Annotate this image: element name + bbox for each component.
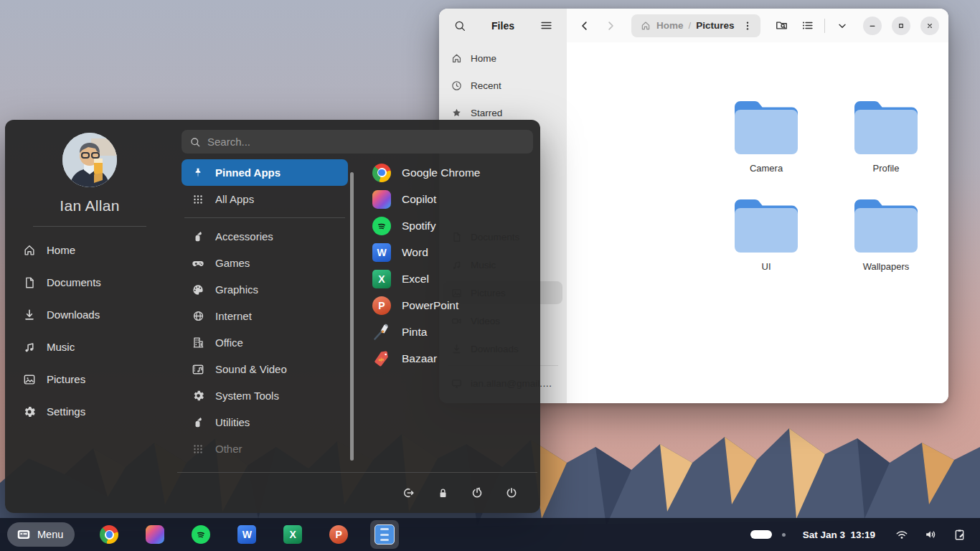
search-button[interactable] xyxy=(449,15,471,37)
session-controls xyxy=(177,472,537,513)
app-word[interactable]: W Word xyxy=(367,239,532,265)
clock[interactable]: Sat Jan 3 13:19 xyxy=(803,529,875,540)
files-header-right: Home / Pictures xyxy=(567,9,948,42)
list-view-button[interactable] xyxy=(796,15,818,37)
category-sound-video[interactable]: Sound & Video xyxy=(182,356,348,382)
powerpoint-icon: P xyxy=(372,296,391,315)
menu-apps-panel: Pinned Apps All Apps Accessories Games G… xyxy=(174,120,540,513)
toolbar-divider xyxy=(824,19,825,33)
taskbar-app-powerpoint[interactable]: P xyxy=(324,520,353,549)
bazaar-icon: % xyxy=(372,349,391,368)
path-kebab-menu-button[interactable] xyxy=(739,17,756,34)
view-options-chevron-button[interactable] xyxy=(831,15,853,37)
app-powerpoint[interactable]: P PowerPoint xyxy=(367,292,532,319)
files-icon xyxy=(374,524,395,545)
category-list: Pinned Apps All Apps Accessories Games G… xyxy=(182,159,348,462)
music-note-icon xyxy=(22,340,37,354)
pinned-apps-list: Google Chrome Copilot Spotify W Word X E… xyxy=(367,159,532,372)
powerpoint-icon: P xyxy=(329,525,348,544)
avatar[interactable] xyxy=(62,133,117,187)
breadcrumb-current[interactable]: Pictures xyxy=(696,20,734,31)
category-divider xyxy=(184,217,345,218)
office-building-icon xyxy=(190,336,206,349)
category-graphics[interactable]: Graphics xyxy=(182,276,348,303)
breadcrumb-separator: / xyxy=(689,20,692,31)
category-system-tools[interactable]: System Tools xyxy=(182,382,348,409)
utility-knife-icon xyxy=(190,415,206,429)
folder-profile[interactable]: Profile xyxy=(829,95,943,174)
taskbar-app-excel[interactable]: X xyxy=(278,520,307,549)
taskbar-app-chrome[interactable] xyxy=(95,520,123,549)
power-button[interactable] xyxy=(500,481,523,504)
category-scrollbar[interactable] xyxy=(350,172,354,461)
back-button[interactable] xyxy=(574,15,595,37)
restart-button[interactable] xyxy=(466,481,489,504)
taskbar-app-copilot[interactable] xyxy=(141,520,169,549)
place-home[interactable]: Home xyxy=(5,234,174,266)
place-music[interactable]: Music xyxy=(5,331,174,363)
lock-button[interactable] xyxy=(431,481,454,504)
hamburger-menu-button[interactable] xyxy=(535,15,557,37)
folder-wallpapers[interactable]: Wallpapers xyxy=(829,194,943,272)
category-other[interactable]: Other xyxy=(182,435,348,462)
place-downloads[interactable]: Downloads xyxy=(5,298,174,331)
category-games[interactable]: Games xyxy=(182,250,348,276)
category-pinned-apps[interactable]: Pinned Apps xyxy=(182,159,348,186)
volume-icon[interactable] xyxy=(921,525,940,544)
minimize-button[interactable] xyxy=(863,17,882,35)
app-google-chrome[interactable]: Google Chrome xyxy=(367,159,532,186)
search-icon xyxy=(189,136,201,148)
place-settings[interactable]: Settings xyxy=(5,395,174,428)
battery-indicator[interactable] xyxy=(750,530,772,539)
category-accessories[interactable]: Accessories xyxy=(182,223,348,250)
place-documents[interactable]: Documents xyxy=(5,266,174,298)
taskbar-app-word[interactable]: W xyxy=(232,520,261,549)
logout-button[interactable] xyxy=(397,481,420,504)
user-name: Ian Allan xyxy=(60,197,119,215)
forward-button[interactable] xyxy=(600,15,621,37)
excel-icon: X xyxy=(372,270,391,288)
wifi-icon[interactable] xyxy=(892,525,911,544)
place-pictures[interactable]: Pictures xyxy=(5,363,174,395)
category-all-apps[interactable]: All Apps xyxy=(182,186,348,212)
utility-knife-icon xyxy=(190,230,206,243)
taskbar-apps: W X P xyxy=(95,520,399,549)
category-office[interactable]: Office xyxy=(182,329,348,356)
menu-button[interactable]: Menu xyxy=(7,522,75,547)
gear-icon xyxy=(190,389,206,402)
folder-search-button[interactable] xyxy=(771,15,792,37)
star-icon xyxy=(451,107,463,119)
folder-screenshots[interactable]: Screenshots xyxy=(948,95,948,174)
close-button[interactable] xyxy=(920,17,939,35)
folder-icon xyxy=(729,194,804,257)
category-internet[interactable]: Internet xyxy=(182,303,348,329)
taskbar-app-files[interactable] xyxy=(370,520,399,549)
folder-ui[interactable]: UI xyxy=(709,194,824,272)
maximize-button[interactable] xyxy=(892,17,910,35)
breadcrumb-root[interactable]: Home xyxy=(656,20,684,31)
category-utilities[interactable]: Utilities xyxy=(182,409,348,435)
taskbar: Menu W X P Sat Jan 3 13:19 xyxy=(0,518,980,551)
menu-places: Home Documents Downloads Music Pictures … xyxy=(5,234,174,428)
image-icon xyxy=(22,372,37,387)
sidebar-item-recent[interactable]: Recent xyxy=(443,74,562,97)
word-icon: W xyxy=(237,525,256,544)
menu-user-panel: Ian Allan Home Documents Downloads Music… xyxy=(5,120,174,513)
app-copilot[interactable]: Copilot xyxy=(367,186,532,212)
folder-camera[interactable]: Camera xyxy=(709,95,824,174)
search-input[interactable] xyxy=(207,136,525,148)
window-title: Files xyxy=(491,20,514,32)
breadcrumb[interactable]: Home / Pictures xyxy=(631,14,760,37)
app-spotify[interactable]: Spotify xyxy=(367,212,532,239)
sidebar-item-home[interactable]: Home xyxy=(443,47,562,70)
app-pinta[interactable]: Pinta xyxy=(367,319,532,345)
spotify-icon xyxy=(192,525,210,544)
search-bar[interactable] xyxy=(182,130,533,154)
clipboard-edit-icon[interactable] xyxy=(950,525,969,544)
app-excel[interactable]: X Excel xyxy=(367,265,532,292)
document-icon xyxy=(22,276,37,290)
files-content-area[interactable]: Camera Profile Screenshots xyxy=(567,42,948,403)
taskbar-app-spotify[interactable] xyxy=(187,520,215,549)
home-icon xyxy=(451,52,463,65)
app-bazaar[interactable]: % Bazaar xyxy=(367,345,532,372)
